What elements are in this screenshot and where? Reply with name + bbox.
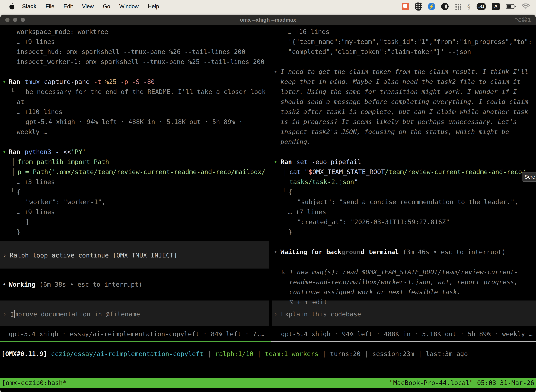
battery-icon[interactable] (506, 4, 516, 9)
tmux-host-clock: "MacBook-Pro-44.local" 05:03 31-Mar-26 (389, 378, 536, 388)
window-title: omx --xhigh --madmax (0, 17, 536, 23)
screen-record-icon[interactable] (402, 3, 409, 10)
wifi-icon[interactable] (522, 4, 530, 9)
window-titlebar[interactable]: omx --xhigh --madmax ⌥⌘1 (0, 15, 536, 25)
window-shortcut-badge: ⌥⌘1 (515, 17, 531, 23)
tmux-session-label: [omx-cczip0:bash* (0, 378, 67, 388)
menu-item-edit[interactable]: Edit (63, 3, 73, 10)
menu-status-icons: ⚡ § ..61 A (402, 2, 536, 10)
screen-tooltip: Scre (522, 172, 536, 182)
keypad-shield-icon[interactable] (415, 2, 422, 10)
app-menu-slack[interactable]: Slack (22, 3, 36, 10)
apple-icon (9, 3, 15, 10)
macos-menu-bar: Slack FileEditViewGoWindowHelp ⚡ § ..61 … (0, 0, 536, 13)
moon-crescent-icon[interactable] (441, 3, 449, 10)
menu-items: FileEditViewGoWindowHelp (36, 3, 159, 10)
menu-item-file[interactable]: File (46, 3, 54, 10)
menu-item-help[interactable]: Help (148, 3, 159, 10)
input-source-icon[interactable]: A (492, 3, 500, 10)
squiggle-icon[interactable]: § (467, 3, 471, 10)
tooltip-text: Scre (524, 174, 535, 180)
menu-item-view[interactable]: View (82, 3, 94, 10)
stat-badge-icon[interactable]: ..61 (477, 3, 486, 10)
terminal-window (0, 15, 536, 392)
blue-lightning-icon[interactable]: ⚡ (428, 3, 435, 10)
tmux-status-bar: [omx-cczip0:bash* "MacBook-Pro-44.local"… (0, 378, 536, 388)
menu-item-go[interactable]: Go (103, 3, 110, 10)
dots-grid-icon[interactable] (455, 3, 461, 10)
menu-item-window[interactable]: Window (119, 3, 139, 10)
apple-menu[interactable] (9, 3, 15, 10)
